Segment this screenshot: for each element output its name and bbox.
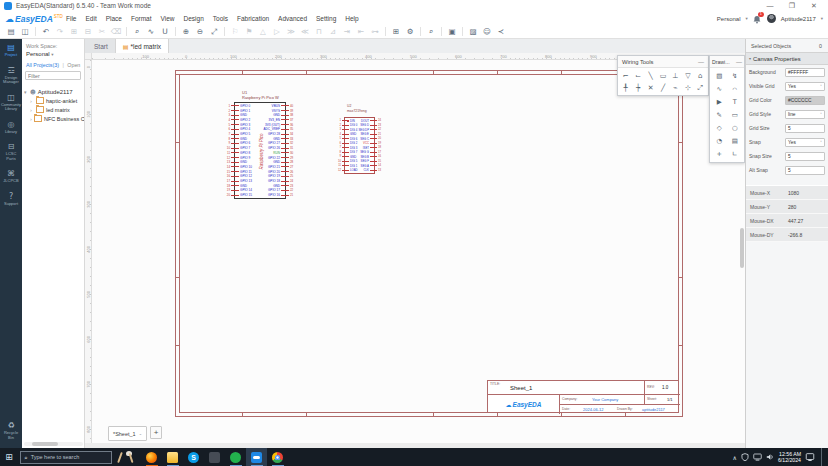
property-control[interactable]: line ˅: [785, 110, 825, 119]
wiring-tool-icon[interactable]: ⌁: [670, 82, 681, 93]
drawing-tool-icon[interactable]: ↯: [728, 70, 743, 82]
all-projects-link[interactable]: All Projects(3): [26, 62, 59, 68]
tray-network-icon[interactable]: [753, 453, 762, 461]
toolbar-icon[interactable]: [385, 27, 386, 36]
pin[interactable]: 19 VCC: [363, 142, 387, 145]
toolbar-icon[interactable]: [35, 27, 36, 36]
toolbar-icon[interactable]: ⊿: [326, 25, 340, 38]
expander-open-icon[interactable]: ▾: [24, 89, 28, 95]
sidebar-item[interactable]: ⊟ LCSC Parts: [0, 138, 22, 165]
toolbar-icon[interactable]: ✂: [95, 25, 109, 38]
component-u1-raspberry-pi-pico-w[interactable]: 1 GPIO 0 2 GPIO 1 3 GND 4 GPIO: [234, 102, 286, 199]
toolbar-icon[interactable]: ⊕: [179, 25, 193, 38]
drawing-tool-icon[interactable]: ◇: [712, 122, 727, 134]
notifications-button[interactable]: 1: [753, 14, 762, 24]
taskbar-app[interactable]: [141, 448, 162, 466]
toolbar-icon[interactable]: ⚑: [242, 25, 256, 38]
property-control[interactable]: Yes ˅: [785, 82, 825, 91]
wiring-tool-icon[interactable]: ╱: [657, 82, 668, 93]
drawing-tool-icon[interactable]: ▤: [728, 135, 743, 147]
toolbar-icon[interactable]: ▷: [270, 25, 284, 38]
toolbar-icon[interactable]: ▣: [445, 25, 459, 38]
menu-item[interactable]: Fabrication: [237, 15, 269, 22]
sheet-tab[interactable]: *Sheet_1 ⌄: [108, 426, 147, 441]
sidebar-item[interactable]: ◫ Community Library: [0, 89, 22, 116]
wiring-tool-icon[interactable]: ▽: [682, 70, 693, 81]
wiring-tool-icon[interactable]: ✕: [645, 82, 656, 93]
toolbar-icon[interactable]: ⇥: [340, 25, 354, 38]
drawing-tool-icon[interactable]: ◔: [712, 135, 727, 147]
toolbar-icon[interactable]: ≪: [298, 25, 312, 38]
filter-input[interactable]: [25, 71, 81, 80]
toolbar-icon[interactable]: ⊞: [389, 25, 403, 38]
menu-item[interactable]: File: [66, 15, 76, 22]
sidebar-item-recycle-bin[interactable]: ♻ Recycle Bin: [0, 417, 22, 444]
drawing-tool-icon[interactable]: ○: [728, 122, 743, 134]
close-button[interactable]: ✕: [806, 0, 822, 12]
toolbar-icon[interactable]: ⌕: [424, 25, 438, 38]
wiring-tool-icon[interactable]: ⌙: [632, 70, 643, 81]
tray-volume-icon[interactable]: [766, 453, 774, 461]
pin[interactable]: 16 SEG B: [360, 155, 387, 158]
start-button[interactable]: ⊞: [0, 452, 18, 462]
toolbar-icon[interactable]: [441, 27, 442, 36]
toolbar-icon[interactable]: ⊞: [67, 25, 81, 38]
toolbar-icon[interactable]: ⤢: [207, 25, 221, 38]
toolbar-icon[interactable]: [462, 27, 463, 36]
taskbar-app[interactable]: [246, 448, 267, 466]
workspace-scope-dropdown[interactable]: Personal ▾: [26, 51, 54, 57]
toolbar-icon[interactable]: ◫: [18, 25, 32, 38]
minimize-palette-button[interactable]: —: [736, 59, 742, 65]
toolbar-icon[interactable]: ↷: [53, 25, 67, 38]
wiring-tool-icon[interactable]: ┾: [632, 82, 643, 93]
workspace-switcher[interactable]: Personal: [717, 16, 741, 22]
toolbar-icon[interactable]: ⌕: [130, 25, 144, 38]
menu-item[interactable]: Place: [106, 15, 122, 22]
toolbar-icon[interactable]: ☺: [480, 25, 494, 38]
taskbar-app[interactable]: [267, 448, 288, 466]
document-tab[interactable]: Start: [85, 39, 116, 53]
tray-notification-icon[interactable]: [805, 452, 815, 462]
toolbar-icon[interactable]: △: [256, 25, 270, 38]
menu-item[interactable]: Setting: [316, 15, 336, 22]
project-tree-item[interactable]: › haptic-anklet: [24, 96, 84, 105]
taskbar-app[interactable]: [204, 448, 225, 466]
avatar[interactable]: [767, 14, 776, 23]
tree-root-user[interactable]: ▾ ☻ Aptitude2117: [24, 87, 84, 96]
sidebar-item[interactable]: ▤ Project: [0, 39, 22, 62]
drawing-tool-icon[interactable]: ▭: [728, 109, 743, 121]
project-tree-item[interactable]: › led matrix: [24, 105, 84, 114]
toolbar-icon[interactable]: ⚙: [403, 25, 417, 38]
add-sheet-button[interactable]: +: [150, 426, 162, 439]
taskbar-app[interactable]: [162, 448, 183, 466]
username-menu[interactable]: Aptitude2117: [781, 16, 816, 22]
menu-item[interactable]: Advanced: [278, 15, 307, 22]
pin[interactable]: 21 SEG E: [360, 133, 387, 136]
toolbar-icon[interactable]: ⊖: [193, 25, 207, 38]
taskbar-app[interactable]: [183, 448, 204, 466]
drawing-tool-icon[interactable]: T: [728, 96, 743, 108]
canvas-vscrollbar-thumb[interactable]: [740, 228, 744, 268]
menu-item[interactable]: Tools: [213, 15, 228, 22]
menu-item[interactable]: View: [161, 15, 175, 22]
toolbar-icon[interactable]: ⚐: [228, 25, 242, 38]
pin[interactable]: 18 ISET: [363, 146, 387, 149]
toolbar-icon[interactable]: ⇤: [354, 25, 368, 38]
toolbar-icon[interactable]: ▤: [4, 25, 18, 38]
drawing-tool-icon[interactable]: ✎: [712, 109, 727, 121]
document-tab[interactable]: ▤ *led matrix: [116, 39, 169, 53]
drawing-tool-icon[interactable]: ▧: [712, 70, 727, 82]
toolbar-icon[interactable]: [126, 27, 127, 36]
pin[interactable]: 23 SEG D: [360, 124, 387, 127]
toolbar-icon[interactable]: ≫: [284, 25, 298, 38]
toolbar-icon[interactable]: ⊟: [81, 25, 95, 38]
canvas-properties-header[interactable]: ▾ Canvas Properties: [746, 52, 828, 65]
maximize-button[interactable]: ❐: [784, 0, 800, 12]
wiring-tool-icon[interactable]: ⤢: [695, 82, 706, 93]
drawing-tool-icon[interactable]: ▶: [712, 96, 727, 108]
pin[interactable]: 20 SEG C: [360, 137, 387, 140]
pin[interactable]: 22 SEG DP: [358, 128, 387, 131]
grid-area[interactable]: U1 Raspberry Pi Pico W 1 GPIO 0 2 GPIO 1: [92, 60, 745, 443]
toolbar-icon[interactable]: ▨: [466, 25, 480, 38]
sidebar-item[interactable]: ⌘ JLCPCB: [0, 165, 22, 188]
